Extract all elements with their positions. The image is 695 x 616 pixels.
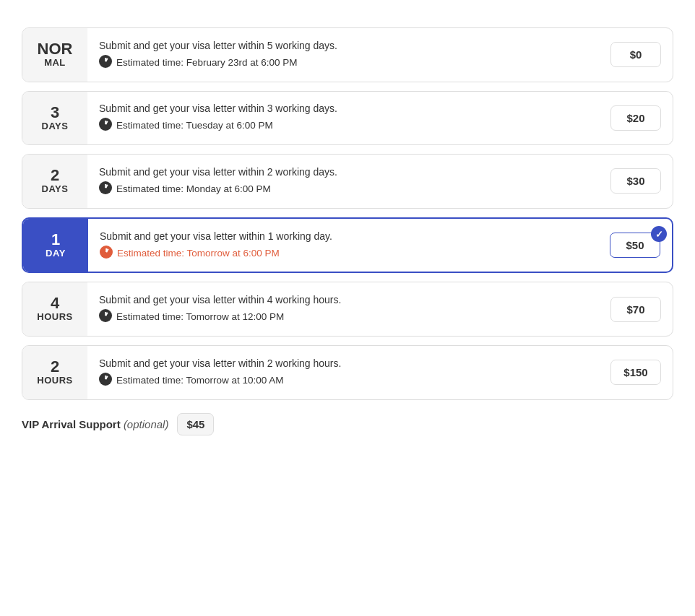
option-estimated-2days: Estimated time: Monday at 6:00 PM	[99, 181, 599, 196]
option-estimated-text-2days: Estimated time: Monday at 6:00 PM	[116, 183, 271, 194]
option-card-normal[interactable]: NORMALSubmit and get your visa letter wi…	[22, 27, 673, 82]
option-estimated-2hours: Estimated time: Tomorrow at 10:00 AM	[99, 373, 599, 388]
option-main-text-1day: Submit and get your visa letter within 1…	[100, 230, 598, 242]
option-content-normal: Submit and get your visa letter within 5…	[87, 30, 610, 80]
option-card-2hours[interactable]: 2HOURSSubmit and get your visa letter wi…	[22, 345, 673, 400]
vip-optional: (optional)	[124, 418, 169, 430]
option-label-4hours: 4HOURS	[22, 282, 87, 336]
option-main-text-normal: Submit and get your visa letter within 5…	[99, 40, 599, 51]
option-estimated-4hours: Estimated time: Tomorrow at 12:00 PM	[99, 309, 599, 324]
option-card-4hours[interactable]: 4HOURSSubmit and get your visa letter wi…	[22, 282, 673, 337]
clock-icon	[99, 309, 112, 324]
vip-label: VIP Arrival Support (optional)	[22, 418, 168, 430]
option-estimated-3days: Estimated time: Tuesday at 6:00 PM	[99, 118, 599, 133]
option-price-1day: $50✓	[610, 233, 660, 258]
option-content-3days: Submit and get your visa letter within 3…	[87, 92, 610, 143]
vip-row[interactable]: VIP Arrival Support (optional) $45	[22, 413, 673, 435]
option-main-text-3days: Submit and get your visa letter within 3…	[99, 103, 599, 114]
clock-icon	[99, 373, 112, 388]
option-content-4hours: Submit and get your visa letter within 4…	[87, 284, 610, 334]
option-price-3days: $20	[610, 105, 661, 131]
option-estimated-text-normal: Estimated time: February 23rd at 6:00 PM	[116, 57, 298, 68]
clock-icon	[99, 181, 112, 196]
option-label-1day: 1DAY	[23, 219, 88, 272]
option-estimated-normal: Estimated time: February 23rd at 6:00 PM	[99, 55, 599, 70]
option-main-text-2days: Submit and get your visa letter within 2…	[99, 166, 599, 178]
option-estimated-text-3days: Estimated time: Tuesday at 6:00 PM	[116, 120, 273, 131]
option-label-3days: 3DAYS	[22, 92, 87, 145]
option-estimated-1day: Estimated time: Tomorrow at 6:00 PM	[100, 246, 598, 261]
option-content-2hours: Submit and get your visa letter within 2…	[87, 347, 610, 398]
option-price-normal: $0	[610, 42, 661, 67]
option-card-2days[interactable]: 2DAYSSubmit and get your visa letter wit…	[22, 154, 673, 209]
option-label-2hours: 2HOURS	[22, 346, 87, 399]
option-content-1day: Submit and get your visa letter within 1…	[88, 220, 610, 271]
option-price-2hours: $150	[610, 360, 661, 385]
option-estimated-text-2hours: Estimated time: Tomorrow at 10:00 AM	[116, 375, 284, 386]
option-price-4hours: $70	[610, 297, 661, 322]
option-price-2days: $30	[610, 168, 661, 194]
option-main-text-4hours: Submit and get your visa letter within 4…	[99, 294, 599, 305]
clock-icon	[99, 55, 112, 70]
option-estimated-text-4hours: Estimated time: Tomorrow at 12:00 PM	[116, 311, 284, 322]
option-label-normal: NORMAL	[22, 28, 87, 82]
option-main-text-2hours: Submit and get your visa letter within 2…	[99, 357, 599, 369]
clock-red-icon	[100, 246, 113, 261]
option-card-1day[interactable]: 1DAYSubmit and get your visa letter with…	[22, 217, 673, 274]
vip-price: $45	[177, 413, 214, 435]
options-list: NORMALSubmit and get your visa letter wi…	[22, 27, 673, 400]
option-estimated-text-1day: Estimated time: Tomorrow at 6:00 PM	[117, 248, 280, 259]
selected-check-icon: ✓	[651, 226, 667, 242]
clock-icon	[99, 118, 112, 133]
option-card-3days[interactable]: 3DAYSSubmit and get your visa letter wit…	[22, 91, 673, 146]
option-label-2days: 2DAYS	[22, 155, 87, 208]
option-content-2days: Submit and get your visa letter within 2…	[87, 156, 610, 207]
